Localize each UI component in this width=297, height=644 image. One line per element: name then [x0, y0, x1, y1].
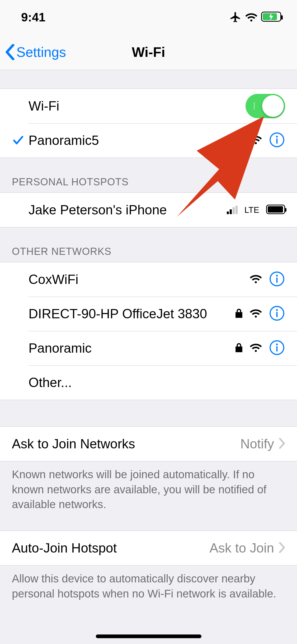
other-label: Other...	[29, 367, 285, 398]
status-icons	[229, 11, 281, 23]
wifi-toggle-label: Wi-Fi	[29, 91, 246, 121]
battery-icon	[261, 12, 281, 23]
svg-point-4	[276, 275, 278, 277]
status-time: 9:41	[21, 10, 45, 24]
network-row[interactable]: Panoramic	[0, 331, 297, 365]
lock-icon	[235, 308, 243, 320]
info-button[interactable]	[269, 132, 285, 149]
airplane-mode-icon	[229, 11, 242, 23]
network-row[interactable]: CoxWiFi	[0, 262, 297, 297]
cellular-signal-icon	[227, 206, 238, 214]
wifi-strength-icon	[250, 342, 262, 354]
chevron-right-icon	[279, 438, 285, 450]
ask-to-join-footer: Known networks will be joined automatica…	[0, 461, 297, 512]
auto-join-footer: Allow this device to automatically disco…	[0, 565, 297, 601]
info-button[interactable]	[269, 339, 285, 357]
svg-point-10	[276, 343, 278, 345]
chevron-right-icon	[279, 542, 285, 554]
auto-join-label: Auto-Join Hotspot	[12, 533, 209, 563]
other-networks-group: CoxWiFi DIRECT-90-HP OfficeJet 3830	[0, 262, 297, 400]
info-button[interactable]	[269, 271, 285, 288]
svg-rect-5	[276, 277, 278, 283]
chevron-left-icon	[5, 44, 15, 60]
hotspot-row[interactable]: Jake Peterson's iPhone LTE	[0, 193, 297, 227]
checkmark-icon	[12, 134, 29, 147]
wifi-strength-icon	[250, 308, 262, 320]
wifi-toggle[interactable]	[246, 94, 285, 118]
content: Wi-Fi Panoramic5 PERSONAL HOTSPOTS	[0, 70, 297, 644]
hotspot-name: Jake Peterson's iPhone	[29, 195, 227, 225]
page-title: Wi-Fi	[132, 44, 165, 60]
auto-join-value: Ask to Join	[209, 540, 274, 556]
home-indicator[interactable]	[96, 634, 201, 638]
wifi-strength-icon	[250, 135, 262, 146]
lock-icon	[235, 135, 243, 146]
info-button[interactable]	[269, 305, 285, 323]
ask-to-join-row[interactable]: Ask to Join Networks Notify	[0, 427, 297, 461]
svg-point-1	[276, 136, 278, 137]
ask-to-join-value: Notify	[240, 436, 274, 452]
svg-rect-8	[276, 312, 278, 317]
other-network-row[interactable]: Other...	[0, 365, 297, 400]
lock-icon	[235, 342, 243, 354]
cellular-label: LTE	[244, 205, 259, 215]
nav-bar: Settings Wi-Fi	[0, 34, 297, 70]
wifi-icon	[245, 12, 257, 22]
auto-join-hotspot-group: Auto-Join Hotspot Ask to Join	[0, 531, 297, 565]
ask-to-join-group: Ask to Join Networks Notify	[0, 426, 297, 461]
back-button[interactable]: Settings	[5, 34, 66, 70]
status-bar: 9:41	[0, 0, 297, 34]
network-name: DIRECT-90-HP OfficeJet 3830	[29, 299, 235, 329]
connected-network-row[interactable]: Panoramic5	[0, 123, 297, 158]
svg-rect-2	[276, 138, 278, 144]
wifi-toggle-row[interactable]: Wi-Fi	[0, 89, 297, 123]
network-name: Panoramic	[29, 333, 235, 363]
back-label: Settings	[16, 44, 66, 60]
other-networks-header: OTHER NETWORKS	[0, 227, 297, 262]
personal-hotspots-header: PERSONAL HOTSPOTS	[0, 158, 297, 192]
wifi-group: Wi-Fi Panoramic5	[0, 89, 297, 158]
hotspot-group: Jake Peterson's iPhone LTE	[0, 192, 297, 227]
network-name: CoxWiFi	[29, 264, 250, 295]
hotspot-battery-icon	[266, 205, 285, 215]
network-row[interactable]: DIRECT-90-HP OfficeJet 3830	[0, 297, 297, 331]
wifi-strength-icon	[250, 274, 262, 285]
auto-join-hotspot-row[interactable]: Auto-Join Hotspot Ask to Join	[0, 531, 297, 565]
connected-network-name: Panoramic5	[29, 125, 235, 155]
svg-point-7	[276, 309, 278, 311]
ask-to-join-label: Ask to Join Networks	[12, 429, 240, 459]
svg-rect-11	[276, 346, 278, 352]
